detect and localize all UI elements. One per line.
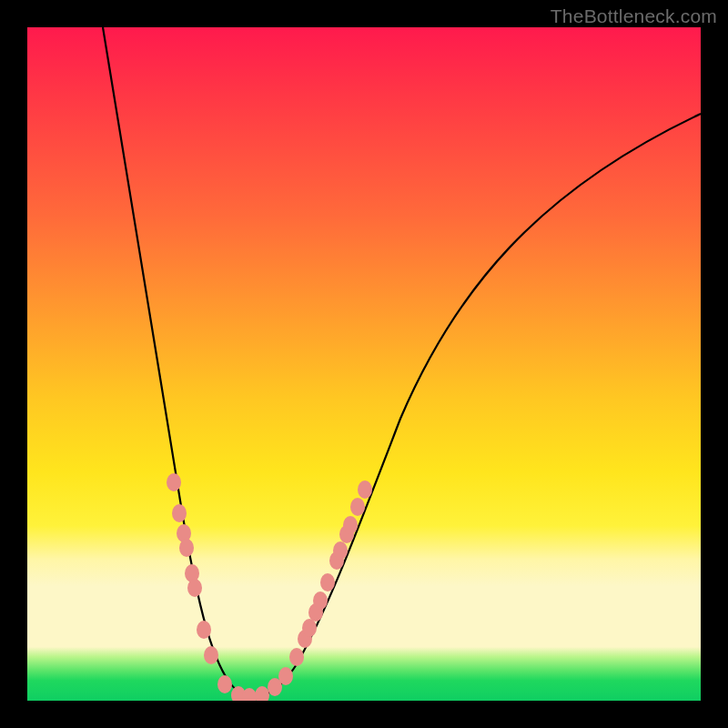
data-dot (255, 686, 269, 701)
data-dot (320, 573, 335, 592)
dot-group (167, 473, 372, 701)
data-dot (217, 675, 232, 693)
data-dot (179, 539, 194, 557)
chart-frame: TheBottleneck.com (0, 0, 728, 728)
data-dot (172, 504, 187, 522)
data-dot (343, 516, 358, 534)
data-dot (333, 541, 348, 560)
data-dot (278, 667, 293, 685)
data-dot (302, 619, 317, 637)
data-dot (204, 646, 218, 664)
data-dot (289, 648, 304, 666)
data-dot (187, 579, 202, 597)
data-dot (197, 621, 211, 639)
data-dot (167, 473, 181, 491)
data-dot (358, 480, 372, 499)
plot-area (27, 27, 701, 701)
watermark-text: TheBottleneck.com (551, 5, 717, 27)
curve-layer (27, 27, 701, 701)
data-dot (350, 498, 365, 516)
data-dot (313, 592, 328, 610)
